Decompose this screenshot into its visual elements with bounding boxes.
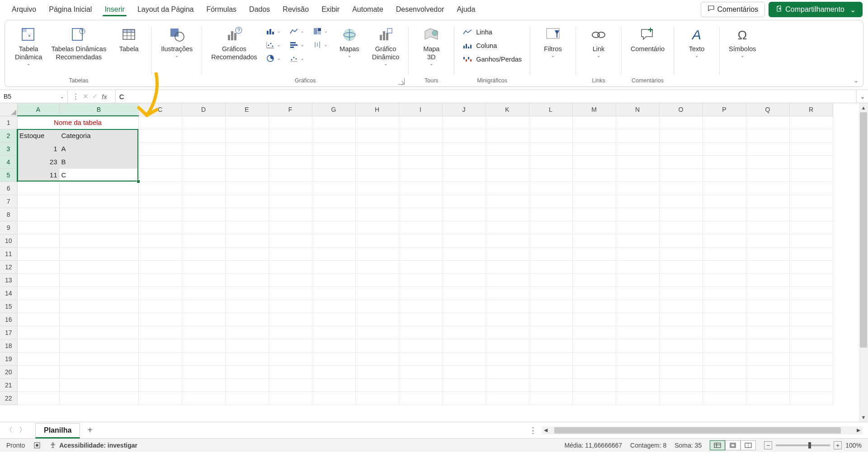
cell[interactable] — [182, 168, 225, 181]
cell[interactable] — [746, 181, 789, 195]
cell[interactable] — [703, 300, 746, 313]
cell[interactable] — [182, 234, 225, 247]
cell[interactable] — [269, 313, 312, 326]
cell[interactable] — [746, 260, 789, 273]
column-header[interactable]: B — [59, 103, 138, 116]
cell[interactable] — [746, 234, 789, 247]
cell[interactable] — [659, 155, 703, 168]
cell[interactable] — [355, 181, 399, 195]
recommended-pivot-button[interactable]: ? Tabelas Dinâmicas Recomendadas — [48, 24, 109, 63]
cell[interactable] — [59, 352, 138, 365]
cell[interactable] — [659, 208, 703, 221]
cell[interactable] — [703, 339, 746, 352]
cell[interactable] — [789, 208, 833, 221]
scatter-chart-button[interactable]: ⌄ — [264, 39, 283, 50]
cell[interactable] — [355, 300, 399, 313]
cell[interactable] — [182, 286, 225, 300]
column-header[interactable]: H — [355, 103, 399, 116]
cancel-formula-button[interactable]: ✕ — [83, 92, 89, 100]
cell[interactable] — [486, 181, 529, 195]
cell[interactable] — [659, 129, 703, 142]
column-header[interactable]: G — [312, 103, 355, 116]
cell[interactable] — [355, 313, 399, 326]
cell[interactable] — [138, 286, 182, 300]
cell[interactable] — [703, 208, 746, 221]
cell[interactable] — [399, 365, 442, 378]
cell[interactable] — [789, 247, 833, 260]
name-box[interactable]: B5 ⌄ — [0, 90, 68, 103]
column-header[interactable]: D — [182, 103, 225, 116]
cell[interactable] — [529, 352, 572, 365]
menu-tab-exibir[interactable]: Exibir — [315, 2, 346, 17]
cell[interactable] — [182, 313, 225, 326]
cell[interactable] — [312, 313, 355, 326]
cell[interactable] — [138, 378, 182, 391]
cell[interactable] — [269, 286, 312, 300]
cell[interactable] — [269, 352, 312, 365]
cell[interactable] — [225, 260, 269, 273]
column-header[interactable]: A — [17, 103, 59, 116]
row-header[interactable]: 12 — [0, 260, 17, 273]
cell[interactable] — [17, 326, 59, 339]
cell[interactable] — [746, 129, 789, 142]
cell[interactable] — [486, 195, 529, 208]
cell[interactable] — [486, 326, 529, 339]
cell[interactable] — [572, 378, 616, 391]
v-scroll-thumb[interactable] — [860, 112, 867, 348]
link-button[interactable]: Link ⌄ — [582, 24, 615, 60]
cell[interactable] — [442, 195, 486, 208]
cell[interactable] — [616, 339, 659, 352]
cell[interactable] — [399, 181, 442, 195]
cell[interactable] — [182, 221, 225, 234]
cell[interactable] — [312, 181, 355, 195]
nav-prev-button[interactable]: 〈 — [5, 425, 13, 435]
cell[interactable] — [442, 339, 486, 352]
cell[interactable] — [312, 247, 355, 260]
cell[interactable] — [616, 129, 659, 142]
cell[interactable] — [182, 326, 225, 339]
cell[interactable] — [269, 378, 312, 391]
cell[interactable] — [616, 142, 659, 155]
row-header[interactable]: 9 — [0, 221, 17, 234]
cell[interactable] — [312, 365, 355, 378]
cell[interactable] — [529, 300, 572, 313]
cell[interactable]: Categoria — [59, 129, 138, 142]
cell[interactable] — [225, 181, 269, 195]
cell[interactable] — [789, 234, 833, 247]
comments-button[interactable]: Comentários — [701, 2, 765, 17]
cell[interactable]: A — [59, 142, 138, 155]
cell[interactable] — [789, 339, 833, 352]
formula-expand-button[interactable]: ⌄ — [856, 90, 868, 103]
cell[interactable] — [746, 352, 789, 365]
row-header[interactable]: 17 — [0, 326, 17, 339]
cell[interactable] — [442, 116, 486, 129]
cell[interactable] — [225, 116, 269, 129]
cell[interactable] — [572, 208, 616, 221]
cell[interactable] — [572, 221, 616, 234]
cell[interactable] — [486, 300, 529, 313]
menu-tab-pagina-inicial[interactable]: Página Inicial — [42, 2, 98, 17]
menu-tab-formulas[interactable]: Fórmulas — [200, 2, 243, 17]
cell[interactable] — [399, 260, 442, 273]
cell[interactable] — [355, 234, 399, 247]
cell[interactable] — [659, 247, 703, 260]
cell[interactable] — [355, 391, 399, 405]
cell[interactable] — [486, 247, 529, 260]
cell[interactable] — [746, 116, 789, 129]
cell[interactable] — [355, 195, 399, 208]
cell[interactable] — [59, 247, 138, 260]
cell[interactable] — [529, 208, 572, 221]
cell[interactable] — [355, 168, 399, 181]
cell[interactable] — [572, 286, 616, 300]
cell[interactable] — [138, 195, 182, 208]
row-header[interactable]: 16 — [0, 313, 17, 326]
sheet-tab[interactable]: Planilha — [35, 423, 80, 439]
menu-tab-ajuda[interactable]: Ajuda — [450, 2, 481, 17]
cell[interactable] — [659, 326, 703, 339]
cell[interactable] — [746, 155, 789, 168]
cell[interactable] — [269, 260, 312, 273]
cell[interactable] — [355, 247, 399, 260]
sheet-grid[interactable]: ABCDEFGHIJKLMNOPQR1Nome da tabela2Estoqu… — [0, 103, 868, 422]
cell[interactable] — [486, 365, 529, 378]
column-header[interactable]: Q — [746, 103, 789, 116]
